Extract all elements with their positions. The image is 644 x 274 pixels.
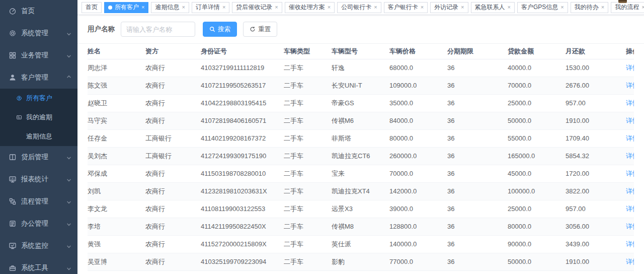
detail-link[interactable]: 详情 bbox=[626, 258, 634, 265]
sidebar-item-办公管理[interactable]: 办公管理 bbox=[0, 213, 77, 235]
detail-link[interactable]: 详情 bbox=[626, 134, 634, 142]
tab-客户银行卡[interactable]: 客户银行卡× bbox=[384, 2, 428, 13]
detail-link[interactable]: 详情 bbox=[626, 99, 634, 107]
tab-贷后催收记录[interactable]: 贷后催收记录× bbox=[232, 2, 282, 13]
cell-资方: 农商行 bbox=[145, 94, 201, 112]
cell-操作: 详情 bbox=[626, 218, 634, 235]
cell-车辆类型: 二手车 bbox=[284, 147, 332, 165]
close-icon[interactable]: × bbox=[560, 5, 564, 10]
cell-分期期限: 36 bbox=[447, 147, 508, 165]
cell-身份证号: 411081199003122553 bbox=[201, 200, 284, 218]
tab-逾期信息[interactable]: 逾期信息× bbox=[151, 2, 189, 13]
close-icon[interactable]: × bbox=[328, 5, 331, 10]
cell-贷款金额: 70000.0 bbox=[508, 77, 566, 94]
search-button[interactable]: 搜索 bbox=[203, 22, 237, 37]
cell-资方: 农商行 bbox=[145, 218, 201, 235]
cell-车辆型号: 小鹏 bbox=[332, 270, 389, 274]
close-icon[interactable]: × bbox=[141, 5, 144, 10]
sidebar-item-首页[interactable]: 首页 bbox=[0, 0, 77, 22]
detail-link[interactable]: 详情 bbox=[626, 152, 634, 160]
cell-贷款金额: 45000.0 bbox=[508, 165, 566, 182]
chevron-down-icon bbox=[66, 177, 71, 182]
cell-贷款金额: 50000.0 bbox=[508, 112, 566, 129]
cell-车辆型号: 凯迪拉克CT6 bbox=[332, 147, 389, 165]
tab-客户GPS信息[interactable]: 客户GPS信息× bbox=[517, 2, 568, 13]
refresh-icon bbox=[250, 26, 256, 32]
close-icon[interactable]: × bbox=[182, 5, 185, 10]
cell-车辆价格: 140000.0 bbox=[389, 235, 447, 253]
close-icon[interactable]: × bbox=[222, 5, 225, 10]
cell-分期期限: 36 bbox=[447, 77, 508, 94]
close-icon[interactable]: × bbox=[421, 5, 424, 10]
cell-操作: 详情 bbox=[626, 147, 634, 165]
tab-紧急联系人[interactable]: 紧急联系人× bbox=[471, 2, 515, 13]
cell-月还款 bbox=[566, 270, 626, 274]
tab-label: 首页 bbox=[86, 3, 98, 12]
tab-首页[interactable]: 首页 bbox=[82, 2, 102, 13]
sidebar-item-系统工具[interactable]: 系统工具 bbox=[0, 257, 77, 274]
cell-资方: 农商行 bbox=[145, 200, 201, 218]
tab-外访记录[interactable]: 外访记录× bbox=[430, 2, 468, 13]
cell-分期期限: 36 bbox=[447, 182, 508, 200]
cell-车辆型号: 凯迪拉克XT4 bbox=[332, 182, 389, 200]
sidebar-item-客户管理[interactable]: 客户管理 bbox=[0, 66, 77, 89]
cell-贷款金额: 25000.0 bbox=[508, 200, 566, 218]
tab-公司银行卡[interactable]: 公司银行卡× bbox=[337, 2, 381, 13]
detail-link[interactable]: 详情 bbox=[626, 117, 634, 124]
tab-我的流程[interactable]: 我的流程× bbox=[611, 2, 644, 13]
chevron-down-icon bbox=[66, 31, 71, 36]
close-icon[interactable]: × bbox=[641, 5, 644, 10]
customer-name-input[interactable] bbox=[121, 22, 195, 37]
cell-车辆型号: 长安UNI-T bbox=[332, 77, 389, 94]
detail-link[interactable]: 详情 bbox=[626, 205, 634, 213]
sidebar-item-业务管理[interactable]: 业务管理 bbox=[0, 44, 77, 66]
sidebar-item-label: 报表统计 bbox=[21, 175, 48, 184]
cell-车辆价格: 128800.0 bbox=[389, 218, 447, 235]
table-row: 赵晓卫农商行410422198803195415二手车帝豪GS35000.036… bbox=[88, 94, 634, 112]
sidebar-item-流程管理[interactable]: 流程管理 bbox=[0, 190, 77, 213]
sidebar-subitem-逾期信息[interactable]: 逾期信息 bbox=[0, 127, 77, 146]
cell-车辆类型: 二手车 bbox=[284, 218, 332, 235]
tab-我的待办[interactable]: 我的待办× bbox=[571, 2, 608, 13]
detail-link[interactable]: 详情 bbox=[626, 64, 634, 72]
cell-月还款: 1720.00 bbox=[566, 165, 626, 182]
tab-催收处理方案[interactable]: 催收处理方案× bbox=[285, 2, 335, 13]
close-icon[interactable]: × bbox=[461, 5, 464, 10]
user-avatar-partial[interactable] bbox=[618, 0, 627, 3]
cell-车辆类型: 二手车 bbox=[284, 112, 332, 129]
detail-link[interactable]: 详情 bbox=[626, 82, 634, 89]
detail-link[interactable]: 详情 bbox=[626, 187, 634, 195]
sidebar-item-label: 业务管理 bbox=[21, 51, 48, 60]
column-header-资方: 资方 bbox=[145, 44, 201, 59]
cell-姓名: 邓保成 bbox=[88, 165, 145, 182]
tab-所有客户[interactable]: 所有客户× bbox=[104, 2, 148, 13]
sidebar-subitem-所有客户[interactable]: 所有客户 bbox=[0, 89, 77, 108]
sidebar-item-系统监控[interactable]: 系统监控 bbox=[0, 235, 77, 257]
detail-link[interactable]: 详情 bbox=[626, 240, 634, 248]
close-icon[interactable]: × bbox=[374, 5, 377, 10]
close-icon[interactable]: × bbox=[601, 5, 604, 10]
cell-车辆价格: 80000.0 bbox=[389, 129, 447, 147]
cell-身份证号: 410721199505263517 bbox=[201, 77, 284, 94]
cell-资方: 农商行 bbox=[145, 77, 201, 94]
cell-月还款: 1910.00 bbox=[566, 112, 626, 129]
close-icon[interactable]: × bbox=[275, 5, 278, 10]
table-row: 马守宾农商行410728198406160571二手车传祺M684000.036… bbox=[88, 112, 634, 129]
close-icon[interactable]: × bbox=[508, 5, 511, 10]
cell-资方: 农商行 bbox=[145, 112, 201, 129]
active-dot bbox=[108, 6, 112, 10]
sidebar-subitem-label: 我的逾期 bbox=[26, 113, 52, 122]
reset-button[interactable]: 重置 bbox=[243, 22, 277, 37]
sidebar-subitem-label: 所有客户 bbox=[26, 94, 52, 103]
cell-资方: 农商行 bbox=[145, 270, 201, 274]
cell-姓名: 吴刘杰 bbox=[88, 147, 145, 165]
sidebar-item-报表统计[interactable]: 报表统计 bbox=[0, 168, 77, 190]
detail-link[interactable]: 详情 bbox=[626, 223, 634, 230]
cell-姓名: 黄强 bbox=[88, 235, 145, 253]
tab-订单详情[interactable]: 订单详情× bbox=[192, 2, 229, 13]
detail-link[interactable]: 详情 bbox=[626, 170, 634, 177]
sidebar-subitem-我的逾期[interactable]: 我的逾期 bbox=[0, 108, 77, 127]
sidebar-item-系统管理[interactable]: 系统管理 bbox=[0, 22, 77, 44]
sidebar-item-贷后管理[interactable]: 贷后管理 bbox=[0, 146, 77, 168]
cell-车辆价格: 84000.0 bbox=[389, 112, 447, 129]
